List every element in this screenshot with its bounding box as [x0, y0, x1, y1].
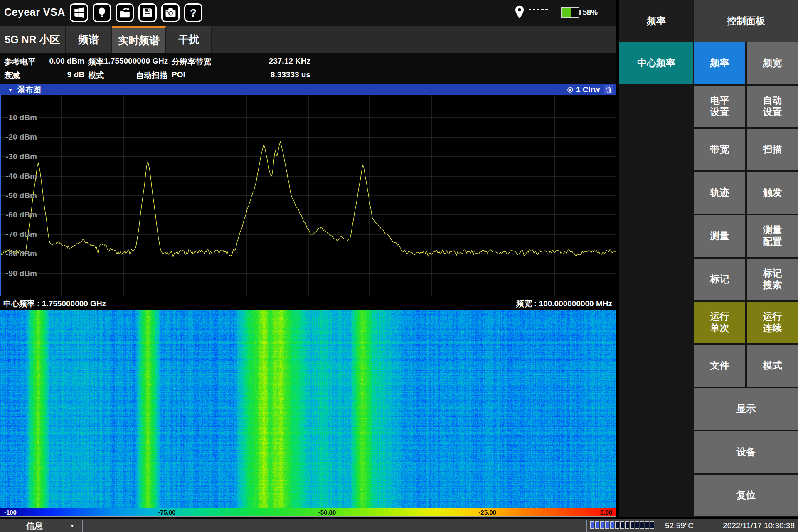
gps-status	[515, 5, 560, 21]
colorbar-label: 0.00	[600, 509, 612, 516]
temperature-readout: 52.59°C	[665, 521, 694, 530]
y-axis-tick: -90 dBm	[6, 269, 37, 278]
control-panel: 频率 控制面板 中心频率频率频宽电平 设置自动 设置带宽扫描轨迹触发测量测量 配…	[619, 0, 798, 517]
battery-percent: 58%	[583, 8, 598, 17]
frequency-footer: 中心频率 : 1.755000000 GHz 频宽 : 100.00000000…	[0, 296, 616, 310]
tab-2[interactable]: 实时频谱	[112, 26, 166, 53]
progress-segment	[610, 521, 614, 529]
progress-segment	[630, 521, 634, 529]
menu-title: 频率	[619, 0, 693, 42]
panel-button-r4c0[interactable]: 测量	[694, 215, 745, 257]
svg-text:?: ?	[190, 7, 197, 19]
vsa-application: Ceyear VSA ? 58% X + 5G NR 小区频谱实时频谱干扰 参考…	[0, 0, 798, 532]
collapse-icon[interactable]: ▼	[7, 86, 13, 93]
panel-button-reset[interactable]: 复位	[694, 475, 798, 516]
panel-button-r5c0[interactable]: 标记	[694, 259, 745, 300]
panel-button-r4c1[interactable]: 测量 配置	[747, 215, 798, 257]
panel-button-display[interactable]: 显示	[694, 388, 798, 430]
windows-button[interactable]	[70, 3, 88, 22]
panel-button-device[interactable]: 设备	[694, 431, 798, 473]
param-value: 237.12 KHz	[269, 57, 310, 67]
message-panel	[82, 520, 587, 532]
progress-indicator	[590, 521, 655, 529]
panel-button-r7c1[interactable]: 模式	[747, 345, 798, 387]
param-频率[interactable]: 频率1.755000000 GHz	[88, 57, 167, 67]
span-label: 频宽 : 100.000000000 MHz	[516, 298, 612, 309]
help-icon: ?	[188, 7, 198, 19]
y-axis-tick: -80 dBm	[6, 249, 37, 259]
colorbar-label: -75.00	[158, 509, 176, 516]
app-title: Ceyear VSA	[4, 6, 65, 18]
panel-button-r5c1[interactable]: 标记 搜索	[747, 259, 798, 300]
param-value: 9 dB	[67, 70, 84, 81]
progress-segment	[640, 521, 644, 529]
plot-selected-edge	[0, 95, 1, 296]
panel-button-r3c0[interactable]: 轨迹	[694, 172, 745, 214]
param-分辨率带宽[interactable]: 分辨率带宽237.12 KHz	[172, 57, 310, 67]
color-scale-bar: -100-75.00-50.00-25.000.00	[0, 508, 616, 517]
tab-1[interactable]: 频谱	[66, 26, 112, 53]
param-参考电平[interactable]: 参考电平0.00 dBm	[4, 57, 84, 67]
help-button[interactable]: ?	[184, 3, 202, 22]
colorbar-label: -25.00	[478, 509, 496, 516]
progress-segment	[635, 521, 639, 529]
window-title-bar[interactable]: ▼ 瀑布图 1 Clrw	[0, 84, 616, 95]
window-title: 瀑布图	[17, 84, 41, 95]
progress-segment	[620, 521, 624, 529]
waterfall-display[interactable]	[0, 310, 616, 508]
chevron-down-icon: ▼	[70, 523, 75, 529]
trash-icon[interactable]	[604, 85, 613, 94]
info-label: 信息	[26, 520, 43, 532]
panel-title: 控制面板	[694, 0, 798, 42]
tab-0[interactable]: 5G NR 小区	[0, 26, 66, 53]
panel-button-r1c0[interactable]: 电平 设置	[694, 86, 745, 127]
colorbar-label: -100	[4, 509, 17, 516]
center-frequency-label: 中心频率 : 1.755000000 GHz	[3, 298, 106, 309]
colorbar-label: -50.00	[318, 509, 336, 516]
y-axis-tick: -50 dBm	[6, 191, 37, 200]
tab-3[interactable]: 干扰	[166, 26, 212, 53]
spectrum-plot[interactable]: -10 dBm-20 dBm-30 dBm-40 dBm-50 dBm-60 d…	[0, 95, 616, 296]
param-衰减[interactable]: 衰减9 dB	[4, 70, 84, 81]
panel-button-r2c0[interactable]: 带宽	[694, 129, 745, 170]
menu-button-center-frequency[interactable]: 中心频率	[619, 42, 693, 84]
y-axis-tick: -60 dBm	[6, 210, 37, 219]
battery-fill	[562, 8, 571, 17]
panel-button-r6c0[interactable]: 运行 单次	[694, 302, 745, 343]
progress-segment	[625, 521, 629, 529]
battery-nub	[579, 10, 581, 15]
panel-button-r0c0[interactable]: 频率	[694, 42, 745, 84]
trace-chip: 1 Clrw	[567, 85, 600, 94]
panel-button-r6c1[interactable]: 运行 连续	[747, 302, 798, 343]
param-POI[interactable]: POI8.33333 us	[172, 70, 310, 79]
bulb-button[interactable]	[93, 3, 111, 22]
progress-segment	[600, 521, 604, 529]
camera-icon	[165, 7, 176, 18]
panel-button-r2c1[interactable]: 扫描	[747, 129, 798, 170]
panel-button-r7c0[interactable]: 文件	[694, 345, 745, 387]
save-icon	[142, 7, 153, 18]
param-label: 分辨率带宽	[172, 57, 211, 67]
y-axis-tick: -20 dBm	[6, 133, 37, 142]
progress-segment	[645, 521, 649, 529]
battery-icon	[561, 7, 579, 18]
panel-button-r3c1[interactable]: 触发	[747, 172, 798, 214]
info-dropdown[interactable]: 信息 ▼	[0, 520, 80, 532]
progress-segment	[650, 521, 654, 529]
panel-button-r0c1[interactable]: 频宽	[747, 42, 798, 84]
param-label: 模式	[88, 70, 104, 81]
spectrum-trace	[0, 95, 616, 296]
progress-segment	[595, 521, 599, 529]
camera-button[interactable]	[161, 3, 180, 22]
param-label: 参考电平	[4, 57, 36, 67]
panel-button-r1c1[interactable]: 自动 设置	[747, 86, 798, 127]
gps-dash-bottom	[529, 15, 548, 15]
save-button[interactable]	[138, 3, 157, 22]
bulb-icon	[97, 7, 107, 19]
progress-segment	[590, 521, 594, 529]
param-label: POI	[172, 70, 185, 79]
param-value: 1.755000000 GHz	[104, 57, 168, 67]
param-模式[interactable]: 模式自动扫描	[88, 70, 167, 81]
open-file-button[interactable]	[116, 3, 134, 22]
top-bar: Ceyear VSA ? 58%	[0, 0, 616, 26]
